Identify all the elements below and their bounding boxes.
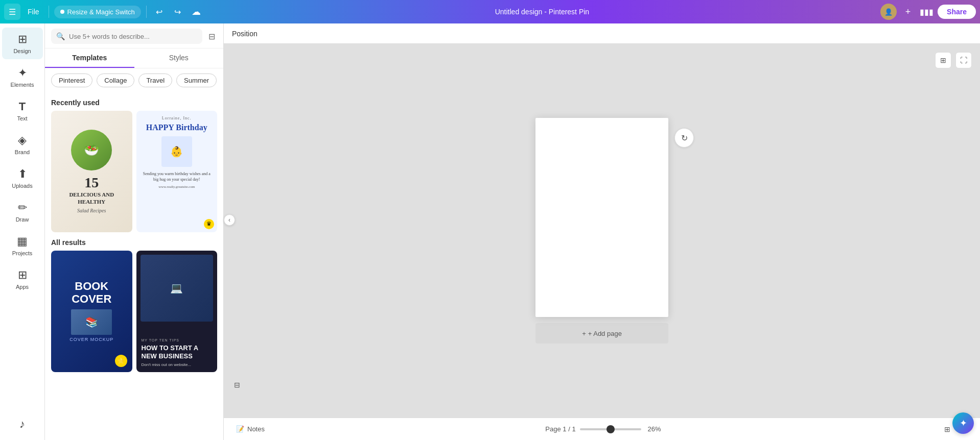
uploads-icon: ⬆ — [18, 167, 27, 181]
file-button[interactable]: File — [24, 6, 43, 18]
share-button[interactable]: Share — [938, 5, 976, 19]
salad-line3: Salad Recipes — [77, 208, 106, 213]
business-tag: MY TOP TEN TIPS — [142, 338, 180, 342]
salad-line1: DELICIOUS AND — [69, 191, 114, 198]
undo-icon: ↩ — [156, 7, 162, 17]
magic-fab-icon: ✦ — [960, 418, 967, 429]
add-page-button[interactable]: + + Add page — [535, 323, 668, 344]
search-input[interactable] — [69, 33, 197, 40]
template-salad[interactable]: 🥗 15 DELICIOUS AND HEALTHY Salad Recipes — [51, 111, 132, 232]
recently-used-grid: 🥗 15 DELICIOUS AND HEALTHY Salad Recipes… — [51, 111, 217, 232]
sidebar-item-elements[interactable]: ✦ Elements — [2, 61, 43, 93]
topbar-divider2 — [146, 6, 147, 18]
zoom-slider[interactable] — [580, 428, 641, 430]
salad-circle: 🥗 — [71, 130, 112, 170]
filter-chips: Pinterest Collage Travel Summer — [45, 68, 223, 92]
cloud-save-button[interactable]: ☁ — [189, 4, 204, 19]
topbar-right: 👤 + ▮▮▮ Share — [880, 4, 976, 20]
design-title: Untitled design - Pinterest Pin — [207, 8, 877, 16]
business-body: Don't miss out on website... — [142, 362, 192, 367]
search-icon: 🔍 — [56, 32, 65, 40]
elements-icon: ✦ — [18, 66, 27, 80]
birthday-header: Lorraine, Inc. — [162, 116, 192, 120]
section-recently-used-title: Recently used — [51, 99, 217, 107]
salad-number: 15 — [84, 175, 99, 191]
bottom-left: 📝 Notes — [232, 423, 269, 435]
notes-label: Notes — [247, 425, 265, 433]
template-book-cover[interactable]: BOOK COVER 📚 COVER MOCKUP ⭐ — [51, 251, 132, 372]
sidebar-item-text[interactable]: T Text — [2, 95, 43, 127]
birthday-title: HAPPY Birthday — [146, 123, 207, 132]
sidebar-label-uploads: Uploads — [12, 183, 32, 189]
redo-button[interactable]: ↪ — [170, 4, 185, 19]
notes-button[interactable]: 📝 Notes — [232, 423, 269, 435]
tab-templates[interactable]: Templates — [45, 48, 134, 68]
grid-icon: ⊞ — [940, 56, 946, 64]
sidebar-label-elements: Elements — [11, 82, 34, 88]
stats-button[interactable]: ▮▮▮ — [919, 5, 934, 19]
book-subtitle: COVER MOCKUP — [69, 337, 113, 342]
app-body: ⊞ Design ✦ Elements T Text ◈ Brand ⬆ Upl… — [0, 0, 980, 440]
sidebar-item-music[interactable]: ♪ — [2, 412, 43, 436]
redo-icon: ↪ — [174, 7, 181, 17]
show-pages-icon: ⊟ — [234, 381, 240, 389]
canvas-expand-button[interactable]: ⛶ — [955, 52, 972, 68]
music-icon: ♪ — [19, 418, 25, 431]
filter-icon: ⊟ — [208, 32, 215, 41]
canvas-page[interactable]: ↻ — [535, 118, 668, 317]
notes-icon: 📝 — [236, 425, 244, 433]
birthday-url: www.really.greatsite.com — [158, 185, 195, 189]
sidebar-item-uploads[interactable]: ⬆ Uploads — [2, 162, 43, 194]
tab-styles[interactable]: Styles — [134, 48, 224, 68]
book-badge: ⭐ — [115, 355, 127, 367]
sidebar-item-design[interactable]: ⊞ Design — [2, 28, 43, 59]
magic-dot-icon — [60, 10, 64, 14]
panel-scroll: Recently used 🥗 15 DELICIOUS AND HEALTHY… — [45, 92, 223, 440]
add-page-icon: + — [582, 330, 586, 337]
sidebar-item-brand[interactable]: ◈ Brand — [2, 129, 43, 160]
birthday-body: Sending you warm birthday wishes and a b… — [141, 171, 214, 182]
birthday-image: 👶 — [161, 136, 192, 167]
canvas-grid-button[interactable]: ⊞ — [935, 52, 951, 68]
add-icon: + — [905, 7, 911, 17]
sidebar-item-draw[interactable]: ✏ Draw — [2, 196, 43, 228]
chip-summer[interactable]: Summer — [176, 74, 217, 87]
bottom-center: Page 1 / 1 26% — [545, 425, 663, 433]
template-birthday[interactable]: Lorraine, Inc. HAPPY Birthday 👶 Sending … — [136, 111, 218, 232]
filter-button[interactable]: ⊟ — [206, 30, 217, 43]
chip-collage[interactable]: Collage — [97, 74, 134, 87]
book-image: 📚 — [71, 309, 112, 335]
sidebar-label-draw: Draw — [16, 216, 29, 223]
refresh-icon: ↻ — [681, 133, 688, 143]
sidebar-item-projects[interactable]: ▦ Projects — [2, 230, 43, 261]
page-indicator: Page 1 / 1 — [545, 425, 575, 433]
menu-icon: ☰ — [9, 7, 16, 17]
add-collaborator-button[interactable]: + — [901, 5, 915, 19]
menu-button[interactable]: ☰ — [4, 4, 20, 20]
zoom-level: 26% — [645, 425, 664, 433]
canvas-refresh-button[interactable]: ↻ — [674, 128, 694, 148]
search-box[interactable]: 🔍 — [51, 29, 202, 44]
sidebar-label-brand: Brand — [15, 149, 30, 155]
sidebar-item-apps[interactable]: ⊞ Apps — [2, 263, 43, 295]
business-title: HOW TO START A NEW BUSINESS — [142, 344, 213, 360]
position-bar: Position — [224, 23, 980, 44]
user-avatar[interactable]: 👤 — [880, 4, 897, 20]
apps-icon: ⊞ — [18, 268, 27, 282]
canvas-controls-top: ⊞ ⛶ — [935, 52, 972, 68]
canvas-wrapper: ↻ + + Add page — [535, 118, 668, 344]
position-label: Position — [232, 30, 258, 38]
magic-switch-button[interactable]: Resize & Magic Switch — [54, 6, 141, 18]
chip-pinterest[interactable]: Pinterest — [51, 74, 92, 87]
magic-fab-button[interactable]: ✦ — [952, 412, 974, 434]
projects-icon: ▦ — [17, 235, 28, 248]
chip-travel[interactable]: Travel — [138, 74, 172, 87]
hide-panel-button[interactable]: ‹ — [224, 214, 235, 226]
undo-button[interactable]: ↩ — [152, 4, 167, 19]
magic-switch-label: Resize & Magic Switch — [67, 8, 135, 16]
show-pages-button[interactable]: ⊟ — [232, 379, 242, 391]
sidebar-label-design: Design — [13, 48, 31, 54]
salad-line2: HEALTHY — [78, 198, 105, 205]
cloud-icon: ☁ — [192, 6, 201, 17]
template-new-business[interactable]: 💻 MY TOP TEN TIPS HOW TO START A NEW BUS… — [136, 251, 218, 372]
